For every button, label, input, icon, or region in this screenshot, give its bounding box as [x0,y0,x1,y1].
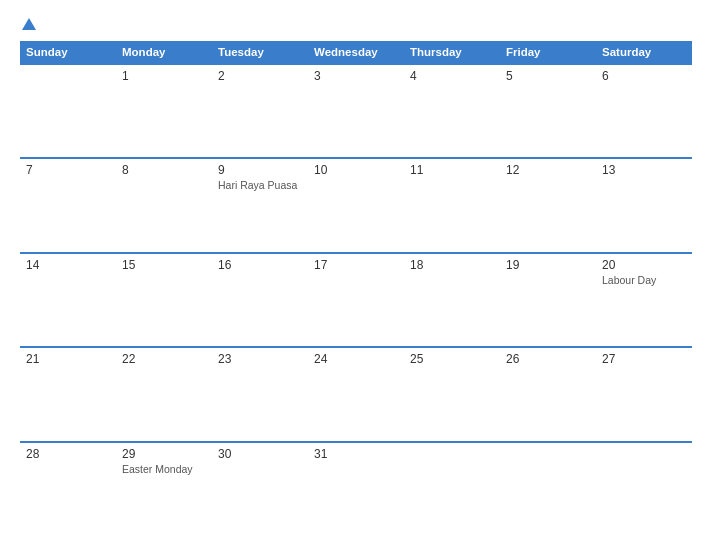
day-number: 11 [410,163,494,177]
calendar-day-cell: 19 [500,253,596,347]
calendar-day-cell: 23 [212,347,308,441]
calendar-day-cell: 5 [500,64,596,158]
calendar-day-cell: 29Easter Monday [116,442,212,536]
calendar-day-cell: 12 [500,158,596,252]
calendar-day-cell: 30 [212,442,308,536]
day-number: 26 [506,352,590,366]
calendar-day-cell: 28 [20,442,116,536]
calendar-week-row: 14151617181920Labour Day [20,253,692,347]
calendar-day-cell: 11 [404,158,500,252]
logo [20,18,36,31]
calendar-week-row: 21222324252627 [20,347,692,441]
calendar-day-cell: 26 [500,347,596,441]
calendar-day-cell: 9Hari Raya Puasa [212,158,308,252]
calendar-day-cell: 25 [404,347,500,441]
calendar-day-cell [404,442,500,536]
calendar-day-cell: 2 [212,64,308,158]
weekday-header-tuesday: Tuesday [212,41,308,64]
day-number: 30 [218,447,302,461]
day-number: 9 [218,163,302,177]
weekday-header-row: SundayMondayTuesdayWednesdayThursdayFrid… [20,41,692,64]
day-number: 2 [218,69,302,83]
day-number: 19 [506,258,590,272]
calendar-day-cell: 17 [308,253,404,347]
calendar-week-row: 789Hari Raya Puasa10111213 [20,158,692,252]
calendar-day-cell [596,442,692,536]
calendar-day-cell: 15 [116,253,212,347]
day-number: 7 [26,163,110,177]
day-number: 12 [506,163,590,177]
weekday-header-saturday: Saturday [596,41,692,64]
calendar-day-cell: 1 [116,64,212,158]
day-number: 24 [314,352,398,366]
day-number: 10 [314,163,398,177]
calendar-day-cell [20,64,116,158]
calendar-header: SundayMondayTuesdayWednesdayThursdayFrid… [20,41,692,64]
day-number: 6 [602,69,686,83]
weekday-header-thursday: Thursday [404,41,500,64]
calendar-day-cell: 24 [308,347,404,441]
calendar-day-cell: 13 [596,158,692,252]
page-header [20,18,692,31]
calendar-day-cell: 27 [596,347,692,441]
holiday-label: Hari Raya Puasa [218,179,302,191]
day-number: 13 [602,163,686,177]
day-number: 22 [122,352,206,366]
weekday-header-monday: Monday [116,41,212,64]
day-number: 14 [26,258,110,272]
day-number: 31 [314,447,398,461]
calendar-day-cell: 7 [20,158,116,252]
holiday-label: Labour Day [602,274,686,286]
logo-blue-text [20,18,36,31]
day-number: 3 [314,69,398,83]
calendar-day-cell: 21 [20,347,116,441]
day-number: 27 [602,352,686,366]
calendar-table: SundayMondayTuesdayWednesdayThursdayFrid… [20,41,692,536]
calendar-day-cell: 10 [308,158,404,252]
day-number: 21 [26,352,110,366]
day-number: 5 [506,69,590,83]
day-number: 23 [218,352,302,366]
calendar-day-cell: 14 [20,253,116,347]
day-number: 16 [218,258,302,272]
day-number: 28 [26,447,110,461]
day-number: 18 [410,258,494,272]
calendar-day-cell: 8 [116,158,212,252]
calendar-day-cell [500,442,596,536]
weekday-header-sunday: Sunday [20,41,116,64]
calendar-day-cell: 16 [212,253,308,347]
day-number: 15 [122,258,206,272]
calendar-day-cell: 18 [404,253,500,347]
calendar-day-cell: 3 [308,64,404,158]
day-number: 20 [602,258,686,272]
day-number: 25 [410,352,494,366]
calendar-week-row: 2829Easter Monday3031 [20,442,692,536]
calendar-body: 123456789Hari Raya Puasa1011121314151617… [20,64,692,536]
calendar-day-cell: 4 [404,64,500,158]
day-number: 8 [122,163,206,177]
weekday-header-friday: Friday [500,41,596,64]
day-number: 4 [410,69,494,83]
day-number: 29 [122,447,206,461]
calendar-week-row: 123456 [20,64,692,158]
calendar-day-cell: 31 [308,442,404,536]
holiday-label: Easter Monday [122,463,206,475]
calendar-day-cell: 22 [116,347,212,441]
day-number: 1 [122,69,206,83]
weekday-header-wednesday: Wednesday [308,41,404,64]
calendar-day-cell: 20Labour Day [596,253,692,347]
logo-triangle-icon [22,18,36,30]
day-number: 17 [314,258,398,272]
calendar-day-cell: 6 [596,64,692,158]
